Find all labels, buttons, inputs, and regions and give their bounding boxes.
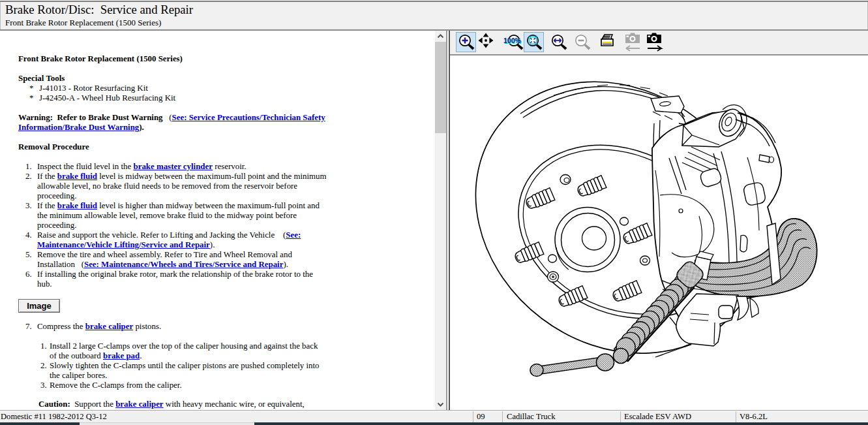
svg-text:100%: 100% [503,37,522,44]
